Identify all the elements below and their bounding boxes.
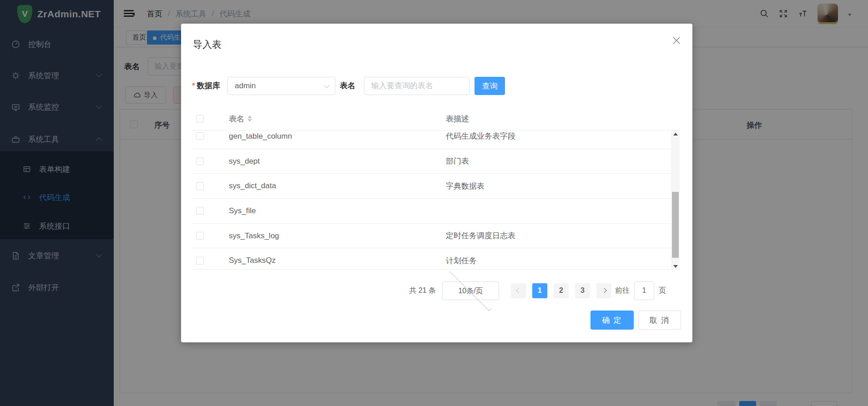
dialog-table: 表名 表描述 gen_table_column 代码生成业务表字段 sys_de… (192, 107, 680, 270)
dialog-table-body: gen_table_column 代码生成业务表字段 sys_dept 部门表 … (192, 130, 680, 270)
prev-page-button[interactable] (511, 283, 526, 298)
cell-table-desc: 代码生成业务表字段 (439, 131, 680, 141)
page-number-button[interactable]: 1 (532, 283, 547, 298)
column-header-desc: 表描述 (439, 114, 680, 124)
table-scrollbar[interactable] (671, 130, 680, 270)
sort-caret-icon[interactable] (247, 115, 252, 122)
cell-table-desc: 计划任务 (439, 256, 680, 266)
cell-table-name: sys_dept (222, 157, 439, 166)
cancel-button[interactable]: 取 消 (638, 311, 681, 330)
page-number-button[interactable]: 2 (554, 283, 569, 298)
database-select-value: admin (235, 77, 256, 95)
chevron-right-icon (601, 288, 606, 293)
database-label: *数据库 (192, 77, 220, 95)
cell-table-desc: 部门表 (439, 156, 680, 166)
page-number-button[interactable]: 3 (575, 283, 590, 298)
select-all-checkbox[interactable] (196, 115, 204, 123)
table-row[interactable]: sys_dict_data 字典数据表 (192, 174, 680, 199)
column-header-name[interactable]: 表名 (222, 114, 439, 124)
row-checkbox[interactable] (196, 157, 204, 165)
table-name-input[interactable] (364, 77, 470, 95)
goto-label: 前往 (615, 286, 630, 296)
import-table-dialog: 导入表 *数据库 admin 表名 查询 表名 表描述 gen_table_co… (181, 24, 692, 342)
query-button[interactable]: 查询 (474, 77, 505, 95)
cell-table-name: Sys_TasksQz (222, 256, 439, 265)
database-select[interactable]: admin (227, 77, 335, 95)
goto-unit-label: 页 (659, 286, 666, 296)
dialog-pagination: 共 21 条 10条/页 1 2 3 前往 页 (409, 281, 666, 301)
scrollbar-thumb[interactable] (672, 192, 679, 258)
row-checkbox[interactable] (196, 132, 204, 140)
table-row[interactable]: Sys_file (192, 199, 680, 224)
row-checkbox[interactable] (196, 257, 204, 265)
cell-table-name: sys_Tasks_log (222, 231, 439, 241)
row-checkbox[interactable] (196, 232, 204, 240)
table-row[interactable]: sys_Tasks_log 定时任务调度日志表 (192, 224, 680, 249)
page-size-select[interactable]: 10条/页 (442, 281, 499, 300)
row-checkbox[interactable] (196, 182, 204, 190)
table-row[interactable]: sys_dept 部门表 (192, 149, 680, 174)
dialog-query-form: *数据库 admin 表名 查询 (181, 77, 692, 95)
confirm-button[interactable]: 确 定 (590, 311, 634, 330)
next-page-button[interactable] (596, 283, 611, 298)
dialog-table-header: 表名 表描述 (192, 107, 680, 130)
cell-table-name: gen_table_column (222, 132, 439, 141)
cell-table-name: sys_dict_data (222, 181, 439, 190)
dialog-title: 导入表 (193, 38, 222, 51)
chevron-down-icon (324, 83, 329, 88)
table-row[interactable]: Sys_TasksQz 计划任务 (192, 248, 680, 270)
scroll-down-arrow-icon[interactable] (671, 263, 680, 270)
pagination-total: 共 21 条 (409, 286, 436, 296)
cell-table-name: Sys_file (222, 206, 439, 216)
row-checkbox[interactable] (196, 207, 204, 215)
cell-table-desc: 字典数据表 (439, 181, 680, 191)
cell-table-desc: 定时任务调度日志表 (439, 231, 680, 241)
close-icon[interactable] (672, 36, 681, 45)
required-mark: * (192, 81, 195, 90)
table-row[interactable]: gen_table_column 代码生成业务表字段 (192, 130, 680, 149)
chevron-left-icon (516, 288, 521, 293)
table-name-label: 表名 (340, 77, 355, 95)
goto-page-input[interactable] (634, 281, 654, 300)
scroll-up-arrow-icon[interactable] (671, 130, 680, 137)
